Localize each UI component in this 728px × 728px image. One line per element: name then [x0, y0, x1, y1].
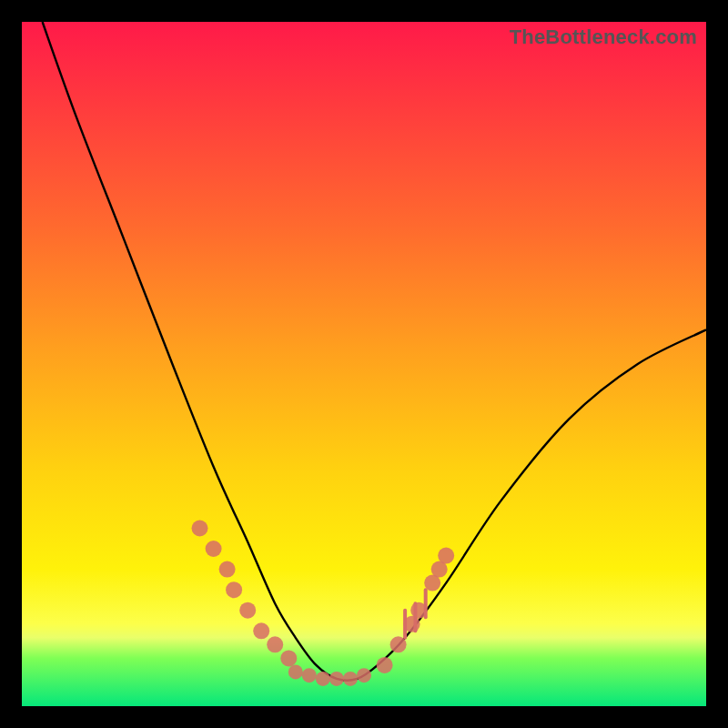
curve-marker — [239, 602, 256, 619]
curve-marker — [329, 672, 344, 686]
curve-marker — [390, 636, 407, 652]
plot-area: TheBottleneck.com — [22, 22, 706, 706]
curve-marker — [302, 668, 317, 682]
curve-marker — [438, 548, 454, 564]
curve-marker — [219, 561, 236, 578]
curve-marker — [343, 672, 358, 686]
curve-marker — [357, 668, 371, 682]
curve-marker — [377, 657, 393, 673]
curve-svg — [22, 22, 706, 706]
curve-marker — [192, 521, 208, 537]
curve-marker — [267, 636, 283, 652]
chart-frame: TheBottleneck.com — [0, 0, 728, 728]
curve-marker — [410, 602, 427, 619]
curve-marker — [253, 622, 269, 639]
curve-marker — [280, 650, 297, 666]
curve-layer — [43, 22, 706, 681]
bottleneck-curve — [43, 22, 706, 681]
curve-marker — [206, 541, 222, 557]
curve-marker — [226, 581, 242, 598]
curve-marker — [288, 664, 303, 679]
curve-marker — [316, 672, 330, 686]
